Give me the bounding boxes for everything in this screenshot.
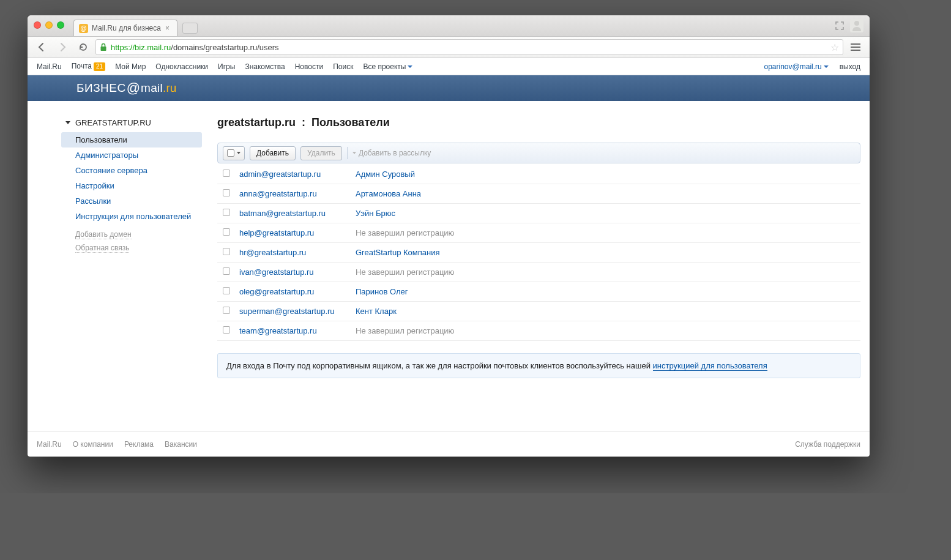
mac-close-button[interactable]	[34, 21, 41, 29]
table-row: anna@greatstartup.ruАртамонова Анна	[217, 184, 860, 204]
svg-rect-1	[101, 47, 106, 51]
portal-user-email[interactable]: oparinov@mail.ru	[764, 62, 829, 71]
add-to-mailing-button[interactable]: Добавить в рассылку	[352, 149, 431, 157]
users-table: admin@greatstartup.ruАдмин Суровыйanna@g…	[217, 165, 860, 341]
toolbar-separator	[347, 147, 348, 159]
footer-link-about[interactable]: О компании	[73, 440, 113, 449]
user-name-link[interactable]: Кент Кларк	[356, 307, 397, 316]
users-toolbar: Добавить Удалить Добавить в рассылку	[217, 143, 860, 163]
user-email-link[interactable]: batman@greatstartup.ru	[239, 209, 326, 218]
info-text: Для входа в Почту под корпоративным ящик…	[226, 361, 653, 370]
sidebar-item[interactable]: Пользователи	[61, 132, 202, 147]
sidebar-item[interactable]: Настройки	[61, 178, 202, 193]
user-name-link[interactable]: GreatStartup Компания	[356, 248, 440, 257]
bookmark-star-icon[interactable]: ☆	[830, 42, 839, 53]
row-checkbox[interactable]	[223, 267, 230, 275]
table-row: ivan@greatstartup.ruНе завершил регистра…	[217, 263, 860, 282]
user-name-link[interactable]: Артамонова Анна	[356, 189, 421, 198]
footer-link-jobs[interactable]: Вакансии	[165, 440, 197, 449]
chevron-down-icon	[352, 152, 356, 154]
user-name-link[interactable]: Админ Суровый	[356, 170, 415, 179]
logout-link[interactable]: выход	[840, 62, 860, 71]
add-user-button[interactable]: Добавить	[250, 146, 296, 160]
browser-tab[interactable]: @ Mail.Ru для бизнеса ×	[73, 20, 177, 36]
user-email-link[interactable]: anna@greatstartup.ru	[239, 189, 317, 198]
portal-link-dating[interactable]: Знакомства	[245, 62, 285, 71]
row-checkbox[interactable]	[223, 307, 230, 314]
chrome-menu-button[interactable]	[847, 39, 864, 55]
sidebar-item[interactable]: Рассылки	[61, 193, 202, 209]
table-row: help@greatstartup.ruНе завершил регистра…	[217, 223, 860, 243]
portal-link-odnoklassniki[interactable]: Одноклассники	[155, 62, 208, 71]
brand-mail: mail	[141, 81, 163, 95]
table-row: admin@greatstartup.ruАдмин Суровый	[217, 165, 860, 184]
user-email-link[interactable]: help@greatstartup.ru	[239, 228, 314, 237]
close-tab-button[interactable]: ×	[165, 24, 173, 32]
table-row: batman@greatstartup.ruУэйн Брюс	[217, 204, 860, 223]
portal-link-mail[interactable]: Почта21	[72, 62, 105, 71]
portal-link-mymir[interactable]: Мой Мир	[115, 62, 146, 71]
row-checkbox[interactable]	[223, 287, 230, 294]
sidebar-item[interactable]: Состояние сервера	[61, 163, 202, 178]
sidebar-nav: ПользователиАдминистраторыСостояние серв…	[61, 132, 202, 224]
forward-button[interactable]	[54, 39, 71, 55]
portal-link-games[interactable]: Игры	[218, 62, 235, 71]
address-bar[interactable]: https ://biz.mail.ru /domains/greatstart…	[95, 39, 843, 55]
user-email-link[interactable]: admin@greatstartup.ru	[239, 170, 321, 179]
sidebar-extra: Добавить домен Обратная связь	[61, 230, 202, 253]
user-email-link[interactable]: superman@greatstartup.ru	[239, 307, 335, 316]
brand-biznes: БИЗНЕС	[76, 81, 126, 95]
app-body: GREATSTARTUP.RU ПользователиАдминистрато…	[28, 101, 870, 431]
user-status-pending: Не завершил регистрацию	[356, 228, 454, 237]
back-button[interactable]	[33, 39, 50, 55]
footer-link-support[interactable]: Служба поддержки	[795, 440, 860, 449]
user-manual-link[interactable]: инструкцией для пользователя	[653, 361, 767, 371]
info-box: Для входа в Почту под корпоративным ящик…	[217, 353, 860, 378]
chevron-down-icon	[237, 152, 241, 154]
add-domain-link[interactable]: Добавить домен	[75, 230, 132, 239]
brand-header: БИЗНЕС @ mail .ru	[28, 75, 870, 101]
portal-link-search[interactable]: Поиск	[333, 62, 353, 71]
sidebar-domain-toggle[interactable]: GREATSTARTUP.RU	[61, 116, 202, 132]
user-email-link[interactable]: oleg@greatstartup.ru	[239, 287, 314, 296]
row-checkbox[interactable]	[223, 326, 230, 334]
delete-user-button[interactable]: Удалить	[300, 146, 342, 160]
row-checkbox[interactable]	[223, 209, 230, 216]
page-title: greatstartup.ru : Пользователи	[217, 116, 860, 129]
tab-title: Mail.Ru для бизнеса	[92, 24, 161, 32]
row-checkbox[interactable]	[223, 189, 230, 196]
browser-window: @ Mail.Ru для бизнеса ×	[28, 15, 870, 457]
portal-link-news[interactable]: Новости	[295, 62, 323, 71]
portal-link-mailru[interactable]: Mail.Ru	[37, 62, 62, 71]
feedback-link[interactable]: Обратная связь	[75, 244, 129, 253]
select-all-dropdown[interactable]	[223, 146, 245, 160]
user-email-link[interactable]: hr@greatstartup.ru	[239, 248, 306, 257]
mac-zoom-button[interactable]	[57, 21, 64, 29]
row-checkbox[interactable]	[223, 248, 230, 255]
footer-link-ads[interactable]: Реклама	[124, 440, 154, 449]
page-title-section: Пользователи	[311, 116, 390, 129]
lock-icon	[100, 43, 107, 51]
sidebar-item[interactable]: Инструкция для пользователей	[61, 209, 202, 224]
chrome-titlebar: @ Mail.Ru для бизнеса ×	[28, 15, 870, 37]
user-email-link[interactable]: ivan@greatstartup.ru	[239, 267, 314, 277]
sidebar: GREATSTARTUP.RU ПользователиАдминистрато…	[61, 116, 202, 431]
row-checkbox[interactable]	[223, 228, 230, 236]
chrome-toolbar: https ://biz.mail.ru /domains/greatstart…	[28, 37, 870, 58]
profile-avatar-icon[interactable]	[850, 19, 863, 32]
sidebar-item[interactable]: Администраторы	[61, 147, 202, 163]
user-name-link[interactable]: Паринов Олег	[356, 287, 408, 296]
user-name-link[interactable]: Уэйн Брюс	[356, 209, 395, 218]
new-tab-button[interactable]	[182, 23, 198, 34]
portal-link-all-projects[interactable]: Все проекты	[363, 62, 412, 71]
row-checkbox[interactable]	[223, 170, 230, 177]
user-email-link[interactable]: team@greatstartup.ru	[239, 326, 317, 335]
page-title-sep: :	[302, 116, 305, 129]
chevron-down-icon	[408, 65, 412, 68]
reload-button[interactable]	[75, 39, 92, 55]
table-row: superman@greatstartup.ruКент Кларк	[217, 302, 860, 321]
fullscreen-icon[interactable]	[835, 21, 844, 30]
footer-link-mailru[interactable]: Mail.Ru	[37, 440, 62, 449]
mac-minimize-button[interactable]	[45, 21, 53, 29]
user-status-pending: Не завершил регистрацию	[356, 267, 454, 277]
